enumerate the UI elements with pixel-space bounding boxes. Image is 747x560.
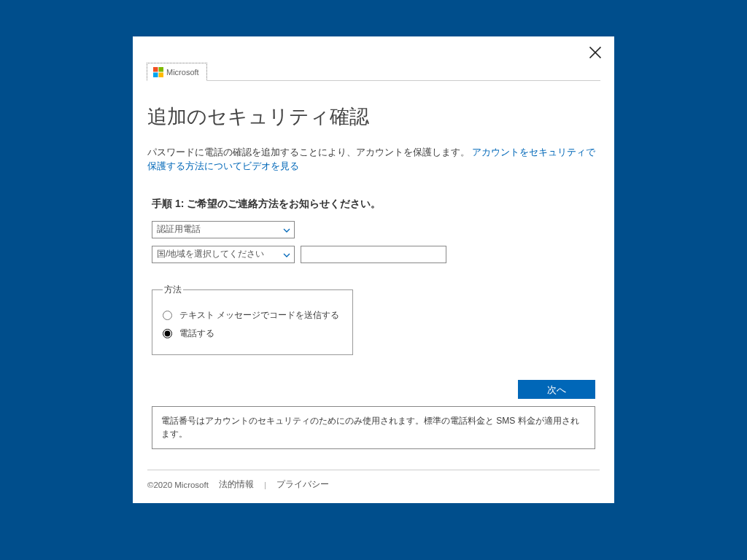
- footer-privacy-link[interactable]: プライバシー: [276, 479, 329, 490]
- brand-tab: Microsoft: [147, 63, 207, 81]
- page-description: パスワードに電話の確認を追加することにより、アカウントを保護します。 アカウント…: [147, 146, 600, 174]
- footer-separator: |: [264, 481, 266, 489]
- auth-method-select[interactable]: 認証用電話: [152, 221, 295, 238]
- method-option-sms[interactable]: テキスト メッセージでコードを送信する: [163, 309, 342, 322]
- header-divider: [147, 80, 600, 81]
- desc-text: パスワードに電話の確認を追加することにより、アカウントを保護します。: [147, 147, 470, 158]
- brand-label: Microsoft: [166, 68, 199, 77]
- dialog-footer: ©2020 Microsoft 法的情報 | プライバシー: [147, 470, 600, 503]
- security-verification-dialog: Microsoft 追加のセキュリティ確認 パスワードに電話の確認を追加すること…: [133, 36, 614, 503]
- microsoft-logo-icon: [153, 67, 163, 77]
- footer-legal-link[interactable]: 法的情報: [219, 479, 254, 490]
- method-legend: 方法: [163, 284, 183, 296]
- footer-copyright: ©2020 Microsoft: [147, 481, 209, 489]
- svg-rect-2: [153, 67, 158, 72]
- auth-method-value: 認証用電話: [157, 223, 201, 236]
- svg-rect-5: [159, 73, 164, 78]
- next-button[interactable]: 次へ: [518, 380, 595, 399]
- close-button[interactable]: [588, 45, 603, 60]
- dialog-content: 追加のセキュリティ確認 パスワードに電話の確認を追加することにより、アカウントを…: [133, 36, 614, 449]
- method-fieldset: 方法 テキスト メッセージでコードを送信する 電話する: [152, 284, 353, 355]
- method-label-call: 電話する: [179, 327, 214, 340]
- method-radio-sms[interactable]: [163, 311, 172, 320]
- phone-notice: 電話番号はアカウントのセキュリティのためにのみ使用されます。標準の電話料金と S…: [152, 406, 595, 449]
- method-radio-call[interactable]: [163, 329, 172, 338]
- svg-rect-4: [153, 73, 158, 78]
- phone-number-input[interactable]: [301, 246, 446, 263]
- method-option-call[interactable]: 電話する: [163, 327, 342, 340]
- step-heading: 手順 1: ご希望のご連絡方法をお知らせください。: [147, 198, 600, 211]
- page-title: 追加のセキュリティ確認: [147, 104, 600, 130]
- country-region-select[interactable]: 国/地域を選択してください: [152, 246, 295, 263]
- method-label-sms: テキスト メッセージでコードを送信する: [179, 309, 339, 322]
- close-icon: [588, 45, 603, 60]
- chevron-down-icon: [283, 226, 290, 233]
- chevron-down-icon: [283, 251, 290, 258]
- svg-rect-3: [159, 67, 164, 72]
- country-region-value: 国/地域を選択してください: [157, 248, 264, 260]
